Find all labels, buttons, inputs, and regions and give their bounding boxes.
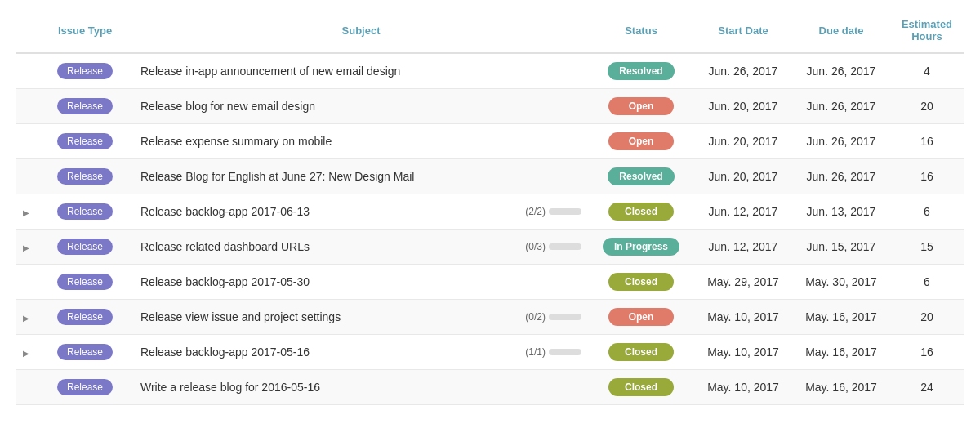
table-row: ▶Release Release backlog-app 2017-05-16 … xyxy=(16,335,964,370)
release-badge[interactable]: Release xyxy=(57,379,113,395)
estimated-hours-header: Estimated Hours xyxy=(890,8,964,53)
release-badge[interactable]: Release xyxy=(57,133,113,149)
start-date-cell: Jun. 20, 2017 xyxy=(694,159,792,194)
status-cell: Open xyxy=(588,89,694,124)
expand-col-header xyxy=(16,8,36,53)
start-date-cell: May. 10, 2017 xyxy=(694,300,792,335)
progress-indicator: (0/3) xyxy=(525,241,581,252)
due-date-cell: Jun. 26, 2017 xyxy=(792,124,890,159)
start-date-header: Start Date xyxy=(694,8,792,53)
progress-label: (2/2) xyxy=(525,206,546,217)
subject-text: Release backlog-app 2017-05-30 xyxy=(140,275,310,288)
status-badge: Closed xyxy=(608,273,674,291)
progress-indicator: (0/2) xyxy=(525,311,581,323)
subject-text: Release expense summary on mobile xyxy=(140,135,332,148)
issue-type-cell: Release xyxy=(36,124,134,159)
subject-text: Release view issue and project settings xyxy=(140,310,519,323)
issue-type-cell: Release xyxy=(36,230,134,265)
table-row: ReleaseRelease backlog-app 2017-05-30Clo… xyxy=(16,265,964,300)
progress-bar-bg xyxy=(549,314,581,320)
issue-type-cell: Release xyxy=(36,335,134,370)
estimated-hours-cell: 4 xyxy=(890,53,964,89)
release-badge[interactable]: Release xyxy=(57,98,113,114)
start-date-cell: May. 10, 2017 xyxy=(694,335,792,370)
table-row: ▶Release Release view issue and project … xyxy=(16,300,964,335)
table-row: ▶Release Release related dashboard URLs … xyxy=(16,230,964,265)
status-badge: Closed xyxy=(608,378,674,396)
issue-type-header: Issue Type xyxy=(36,8,134,53)
release-badge[interactable]: Release xyxy=(57,203,113,220)
start-date-cell: Jun. 12, 2017 xyxy=(694,230,792,265)
expand-cell xyxy=(16,124,36,159)
status-badge: Open xyxy=(608,308,674,326)
release-badge[interactable]: Release xyxy=(57,274,113,290)
due-date-cell: May. 30, 2017 xyxy=(792,265,890,300)
issue-type-cell: Release xyxy=(36,370,134,405)
issue-type-cell: Release xyxy=(36,89,134,124)
table-row: ReleaseWrite a release blog for 2016-05-… xyxy=(16,370,964,405)
progress-bar-bg xyxy=(549,349,581,355)
table-row: ▶Release Release backlog-app 2017-06-13 … xyxy=(16,194,964,230)
expand-cell[interactable]: ▶ xyxy=(16,335,36,370)
release-badge[interactable]: Release xyxy=(57,168,113,185)
due-date-cell: Jun. 26, 2017 xyxy=(792,159,890,194)
subject-text: Release backlog-app 2017-06-13 xyxy=(140,205,519,218)
due-date-cell: May. 16, 2017 xyxy=(792,300,890,335)
issue-type-cell: Release xyxy=(36,265,134,300)
start-date-cell: May. 10, 2017 xyxy=(694,370,792,405)
expand-cell xyxy=(16,370,36,405)
expand-arrow-icon[interactable]: ▶ xyxy=(23,349,29,358)
subject-text: Release in-app announcement of new email… xyxy=(140,65,400,78)
release-badge[interactable]: Release xyxy=(57,309,113,325)
status-cell: Open xyxy=(588,300,694,335)
expand-cell[interactable]: ▶ xyxy=(16,230,36,265)
status-cell: In Progress xyxy=(588,230,694,265)
expand-cell[interactable]: ▶ xyxy=(16,300,36,335)
subject-text: Release Blog for English at June 27: New… xyxy=(140,170,414,183)
release-badge[interactable]: Release xyxy=(57,344,113,360)
table-row: ReleaseRelease Blog for English at June … xyxy=(16,159,964,194)
due-date-cell: May. 16, 2017 xyxy=(792,335,890,370)
subject-cell: Release Blog for English at June 27: New… xyxy=(134,159,588,194)
expand-arrow-icon[interactable]: ▶ xyxy=(23,208,29,217)
due-date-cell: May. 16, 2017 xyxy=(792,370,890,405)
release-badge[interactable]: Release xyxy=(57,239,113,255)
expand-cell[interactable]: ▶ xyxy=(16,194,36,230)
status-badge: Resolved xyxy=(608,167,674,185)
table-body: ReleaseRelease in-app announcement of ne… xyxy=(16,53,964,405)
subject-cell: Release in-app announcement of new email… xyxy=(134,53,588,89)
issue-type-cell: Release xyxy=(36,159,134,194)
estimated-hours-cell: 16 xyxy=(890,335,964,370)
estimated-hours-cell: 15 xyxy=(890,230,964,265)
status-badge: Open xyxy=(608,97,674,115)
expand-cell xyxy=(16,265,36,300)
estimated-hours-cell: 16 xyxy=(890,159,964,194)
issue-type-cell: Release xyxy=(36,53,134,89)
expand-arrow-icon[interactable]: ▶ xyxy=(23,314,29,323)
status-badge: In Progress xyxy=(603,238,679,256)
subject-cell: Release view issue and project settings … xyxy=(134,300,588,335)
expand-cell xyxy=(16,53,36,89)
subject-text: Write a release blog for 2016-05-16 xyxy=(140,381,320,394)
issue-type-cell: Release xyxy=(36,194,134,230)
due-date-cell: Jun. 13, 2017 xyxy=(792,194,890,230)
start-date-cell: Jun. 20, 2017 xyxy=(694,89,792,124)
status-cell: Resolved xyxy=(588,159,694,194)
progress-indicator: (2/2) xyxy=(525,206,581,217)
expand-cell xyxy=(16,89,36,124)
expand-arrow-icon[interactable]: ▶ xyxy=(23,243,29,252)
table-row: ReleaseRelease expense summary on mobile… xyxy=(16,124,964,159)
estimated-hours-cell: 24 xyxy=(890,370,964,405)
progress-label: (0/3) xyxy=(525,241,546,252)
progress-label: (1/1) xyxy=(525,346,546,358)
main-container: Issue Type Subject Status Start Date Due… xyxy=(0,0,980,413)
status-badge: Resolved xyxy=(608,62,674,80)
status-cell: Resolved xyxy=(588,53,694,89)
status-cell: Closed xyxy=(588,335,694,370)
release-badge[interactable]: Release xyxy=(57,63,113,79)
estimated-hours-cell: 20 xyxy=(890,300,964,335)
estimated-hours-cell: 20 xyxy=(890,89,964,124)
status-cell: Open xyxy=(588,124,694,159)
progress-bar-bg xyxy=(549,243,581,250)
start-date-cell: May. 29, 2017 xyxy=(694,265,792,300)
